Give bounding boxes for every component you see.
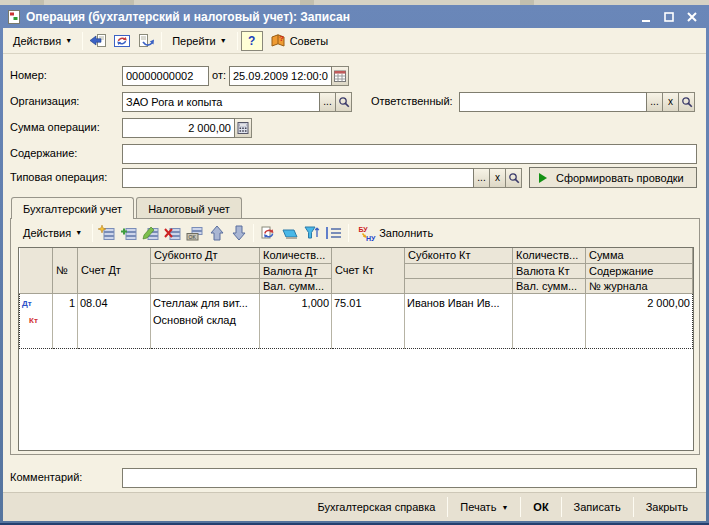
close-button[interactable] xyxy=(682,9,702,25)
delete-row-button[interactable] xyxy=(162,223,184,243)
typical-operation-clear-button[interactable]: x xyxy=(490,168,506,188)
window-icon xyxy=(7,10,21,24)
responsible-open-button[interactable] xyxy=(679,92,695,112)
chevron-down-icon: ▼ xyxy=(65,37,72,44)
help-button[interactable]: ? xyxy=(241,31,263,51)
content-input[interactable] xyxy=(122,144,697,164)
cell-subconto-kt[interactable]: Иванов Иван Ив... xyxy=(405,293,513,348)
svg-text:OK: OK xyxy=(189,233,197,239)
content-label: Содержание: xyxy=(10,147,77,159)
typical-operation-select-button[interactable]: ... xyxy=(474,168,490,188)
main-toolbar: Действия ▼ xyxy=(3,28,706,54)
finish-edit-button[interactable]: OK xyxy=(184,223,206,243)
list-settings-button[interactable] xyxy=(323,223,345,243)
header-cell-subconto-kt: Субконто Кт xyxy=(405,248,513,263)
clear-icon: x xyxy=(495,173,500,183)
amount-input[interactable] xyxy=(122,118,235,138)
goto-menu-button[interactable]: Перейти ▼ xyxy=(165,30,234,52)
header-cell xyxy=(151,263,260,278)
cell-account-dt[interactable]: 08.04 xyxy=(78,293,151,348)
table-actions-label: Действия xyxy=(23,227,71,239)
tips-button[interactable]: ? Советы xyxy=(263,30,335,52)
responsible-select-button[interactable]: ... xyxy=(647,92,663,112)
accounting-reference-button[interactable]: Бухгалтерская справка xyxy=(308,497,446,517)
copy-row-button[interactable] xyxy=(118,223,140,243)
table-row[interactable]: Дт Кт 1 08.04 Стеллаж для вит... Основно… xyxy=(20,293,693,348)
operation-window: Операция (бухгалтерский и налоговый учет… xyxy=(0,5,709,525)
filter-sort-button[interactable] xyxy=(301,223,323,243)
view-list-button[interactable] xyxy=(279,223,301,243)
responsible-clear-button[interactable]: x xyxy=(663,92,679,112)
organization-open-button[interactable] xyxy=(336,92,352,112)
header-cell-qty-dt: Количеств... xyxy=(260,248,332,263)
postings-table: № Счет Дт Субконто Дт Количеств... Счет … xyxy=(19,248,693,349)
calculator-button[interactable] xyxy=(235,118,252,138)
minimize-button[interactable] xyxy=(636,9,656,25)
calendar-button[interactable] xyxy=(332,66,349,86)
add-row-button[interactable] xyxy=(96,223,118,243)
ok-button[interactable]: ОК xyxy=(523,497,558,517)
date-label: от: xyxy=(212,69,226,81)
cell-sum[interactable]: 2 000,00 xyxy=(586,293,693,348)
ok-label: ОК xyxy=(533,501,548,513)
organization-input[interactable] xyxy=(122,92,320,112)
actions-menu-button[interactable]: Действия ▼ xyxy=(6,30,79,52)
amount-label: Сумма операции: xyxy=(10,121,100,133)
doc-arrow-right-icon xyxy=(137,33,155,49)
arrow-up-icon xyxy=(209,225,225,241)
number-input[interactable] xyxy=(122,66,209,86)
close-window-button[interactable]: Закрыть xyxy=(636,497,698,517)
table-actions-menu-button[interactable]: Действия ▼ xyxy=(16,222,89,244)
cell-account-kt[interactable]: 75.01 xyxy=(332,293,405,348)
post-document-button[interactable] xyxy=(134,30,158,52)
maximize-button[interactable] xyxy=(659,9,679,25)
dt-marker-icon: Дт xyxy=(22,295,50,312)
postings-grid: № Счет Дт Субконто Дт Количеств... Счет … xyxy=(18,247,694,451)
tab-accounting[interactable]: Бухгалтерский учет xyxy=(11,197,134,219)
date-input[interactable] xyxy=(229,66,332,86)
cell-num[interactable]: 1 xyxy=(53,293,78,348)
comment-input[interactable] xyxy=(122,468,697,488)
separator xyxy=(92,224,93,242)
refresh-table-button[interactable] xyxy=(257,223,279,243)
responsible-input[interactable] xyxy=(459,92,647,112)
clear-icon: x xyxy=(668,97,673,107)
accounting-tab-panel: Действия ▼ xyxy=(10,218,700,455)
fill-button[interactable]: БУ НУ Заполнить xyxy=(352,223,439,243)
close-label: Закрыть xyxy=(646,501,688,513)
cell-qty-dt[interactable]: 1,000 xyxy=(260,293,332,348)
typical-operation-open-button[interactable] xyxy=(506,168,522,188)
typical-operation-input[interactable] xyxy=(122,168,474,188)
reread-button[interactable] xyxy=(86,30,110,52)
cell-qty-kt[interactable] xyxy=(513,293,586,348)
header-cell-currency-dt: Валюта Дт xyxy=(260,263,332,278)
move-up-button[interactable] xyxy=(206,223,228,243)
header-cell-curr-sum-kt: Вал. сумм... xyxy=(513,278,586,293)
generate-postings-button[interactable]: Сформировать проводки xyxy=(529,167,697,188)
move-down-button[interactable] xyxy=(228,223,250,243)
refresh-icon xyxy=(113,33,131,49)
save-label: Записать xyxy=(574,501,621,513)
header-cell-currency-kt: Валюта Кт xyxy=(513,263,586,278)
window-controls xyxy=(636,9,702,25)
subconto-dt-line1: Стеллаж для вит... xyxy=(153,295,257,312)
header-cell-subconto-dt: Субконто Дт xyxy=(151,248,260,263)
window-body: Действия ▼ xyxy=(3,28,706,521)
print-button[interactable]: Печать ▼ xyxy=(450,497,518,517)
refresh-button[interactable] xyxy=(110,30,134,52)
organization-select-button[interactable]: ... xyxy=(320,92,336,112)
cell-subconto-dt[interactable]: Стеллаж для вит... Основной склад xyxy=(151,293,260,348)
copy-row-icon xyxy=(120,225,138,241)
goto-menu-label: Перейти xyxy=(172,35,216,47)
kt-marker-icon: Кт xyxy=(22,312,50,329)
magnifier-icon xyxy=(508,172,520,184)
tab-tax-label: Налоговый учет xyxy=(148,203,230,215)
chevron-down-icon: ▼ xyxy=(220,37,227,44)
tab-tax[interactable]: Налоговый учет xyxy=(136,197,242,218)
magnifier-icon xyxy=(338,96,350,108)
save-button[interactable]: Записать xyxy=(564,497,631,517)
typical-operation-label: Типовая операция: xyxy=(10,171,107,183)
responsible-label: Ответственный: xyxy=(371,95,453,107)
header-cell-qty-kt: Количеств... xyxy=(513,248,586,263)
edit-row-button[interactable] xyxy=(140,223,162,243)
